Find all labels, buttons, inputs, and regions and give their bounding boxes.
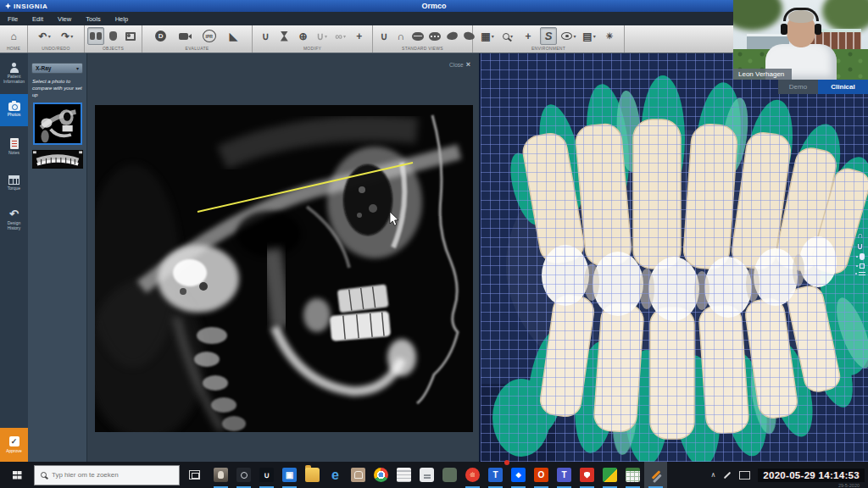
taskbar-app-camera[interactable] bbox=[232, 462, 255, 488]
menu-view[interactable]: View bbox=[58, 15, 71, 23]
ceph-xray-image[interactable] bbox=[95, 105, 473, 432]
pen-icon[interactable] bbox=[724, 471, 731, 478]
archwire-button[interactable]: ∪ bbox=[257, 27, 274, 45]
redo-button[interactable]: ↷▾ bbox=[58, 27, 75, 45]
photo-objects-button[interactable] bbox=[122, 27, 139, 45]
wire-toggle[interactable] bbox=[855, 272, 866, 275]
chevron-down-icon: ▾ bbox=[573, 33, 576, 39]
tooth-objects-button[interactable] bbox=[105, 27, 122, 45]
jaws-objects-button[interactable] bbox=[87, 27, 104, 45]
approve-button[interactable]: ✓ Approve bbox=[0, 428, 28, 462]
menu-tools[interactable]: Tools bbox=[86, 15, 101, 23]
taskbar-app-dropbox[interactable]: ◆ bbox=[507, 462, 530, 488]
chevron-down-icon: ▾ bbox=[343, 33, 346, 39]
viewer-3d[interactable]: ∩ ∪ bbox=[479, 53, 868, 462]
tab-demo[interactable]: Demo bbox=[778, 80, 818, 94]
upper-arch-toggle[interactable]: ∩ bbox=[857, 231, 863, 239]
whiteboard-icon: ▣ bbox=[282, 468, 297, 482]
taskbar-app-teams-purple[interactable]: T bbox=[553, 462, 576, 488]
system-tray: ∧ 2020-05-29 14:14:53 bbox=[710, 469, 868, 482]
wire-icon bbox=[859, 272, 865, 275]
layers-button[interactable]: ▤▾ bbox=[581, 27, 598, 45]
front-brackets-icon bbox=[429, 32, 441, 41]
arch-shape-button[interactable]: ∪▾ bbox=[314, 27, 331, 45]
start-button[interactable] bbox=[0, 462, 34, 488]
lower-arch-view-button[interactable]: ∪ bbox=[376, 27, 392, 45]
taskbar-app-notepad[interactable] bbox=[392, 462, 415, 488]
teeth-3d-model[interactable] bbox=[481, 53, 868, 462]
task-view-button[interactable] bbox=[189, 470, 200, 480]
application-window: INSIGNIA Ormco File Edit View Tools Help… bbox=[0, 0, 868, 488]
taskbar-app-active-tool[interactable] bbox=[644, 462, 667, 488]
occlusion-glasses-button[interactable]: ∞▾ bbox=[332, 27, 349, 45]
taskbar-app-chrome[interactable] bbox=[370, 462, 392, 488]
measure-button[interactable]: ◣ bbox=[225, 27, 242, 45]
upper-arch-view-button[interactable]: ∩ bbox=[392, 27, 409, 45]
toggle-dot-icon bbox=[856, 265, 859, 268]
ipr-button[interactable]: IPR bbox=[201, 27, 218, 45]
show-hidden-icons-button[interactable]: ∧ bbox=[710, 471, 715, 479]
photo-category-dropdown[interactable]: X-Ray ▾ bbox=[31, 63, 83, 74]
taskbar-app-edge[interactable]: e bbox=[324, 462, 347, 488]
pan-button[interactable]: + bbox=[520, 27, 537, 45]
sidebar-item-design-history[interactable]: ↶ Design History bbox=[0, 203, 28, 236]
arch-shape-icon: ∪ bbox=[316, 31, 324, 42]
bracket-icon bbox=[860, 263, 865, 269]
pano-xray-thumbnail[interactable] bbox=[31, 149, 84, 169]
taskbar-app-chat[interactable] bbox=[415, 462, 438, 488]
sidebar-item-notes[interactable]: Notes bbox=[0, 130, 28, 163]
toolbar-group-evaluate: D IPR ◣ EVALUATE bbox=[142, 25, 253, 53]
damon-evaluate-button[interactable]: D bbox=[153, 27, 170, 45]
visibility-button[interactable]: ▾ bbox=[560, 27, 577, 45]
brackets-toggle[interactable] bbox=[856, 263, 865, 269]
sidebar-item-photos[interactable]: Photos bbox=[0, 94, 28, 126]
target-setup-button[interactable]: ⊕ bbox=[294, 27, 311, 45]
torque-table-icon bbox=[8, 175, 19, 185]
taskbar-app-photo-viewer[interactable] bbox=[209, 462, 232, 488]
taskbar-app-publisher[interactable] bbox=[598, 462, 621, 488]
taskbar-search[interactable] bbox=[34, 465, 180, 485]
taskbar-app-utility[interactable] bbox=[438, 462, 461, 488]
taskbar-app-shell[interactable] bbox=[461, 462, 484, 488]
taskbar-app-file-explorer[interactable] bbox=[301, 462, 324, 488]
zoom-button[interactable]: ▾ bbox=[499, 27, 516, 45]
undo-button[interactable]: ↶▾ bbox=[36, 27, 53, 45]
taskbar-app-teams[interactable]: T bbox=[484, 462, 507, 488]
grid-toggle-button[interactable]: ▦▾ bbox=[479, 27, 496, 45]
tab-clinical[interactable]: Clinical bbox=[818, 80, 868, 94]
taskbar-app-spreadsheet[interactable] bbox=[621, 462, 644, 488]
front-occlusal-view-button[interactable] bbox=[409, 27, 426, 45]
lower-arch-toggle[interactable]: ∪ bbox=[857, 242, 863, 250]
display-icon[interactable] bbox=[739, 471, 750, 480]
search-input[interactable] bbox=[52, 471, 173, 479]
brightness-button[interactable]: ☀ bbox=[601, 27, 618, 45]
taskbar-app-office[interactable]: O bbox=[530, 462, 553, 488]
taskbar-app-store[interactable] bbox=[347, 462, 370, 488]
toolbar-group-modify: ∪ ⊕ ∪▾ ∞▾ + MODIFY bbox=[253, 25, 373, 53]
taskbar-app-dental-scan[interactable]: ∪ bbox=[255, 462, 278, 488]
home-button[interactable]: ⌂ bbox=[5, 27, 22, 45]
close-panel-button[interactable]: Close × bbox=[449, 61, 470, 69]
menu-edit[interactable]: Edit bbox=[32, 15, 43, 23]
front-brackets-view-button[interactable] bbox=[426, 27, 443, 45]
toolbar-group-home: ⌂ HOME bbox=[0, 25, 28, 53]
taskbar-app-whiteboard[interactable]: ▣ bbox=[278, 462, 301, 488]
ceph-xray-thumbnail[interactable] bbox=[33, 103, 82, 145]
menu-help[interactable]: Help bbox=[115, 15, 128, 23]
webcam-video: Leon Verhagen bbox=[733, 0, 868, 80]
sidebar-item-patient-information[interactable]: Patient Information bbox=[0, 58, 28, 90]
move-tooth-button[interactable]: + bbox=[351, 27, 368, 45]
staging-button[interactable] bbox=[275, 27, 292, 45]
close-label: Close bbox=[449, 62, 464, 68]
headphone-cup bbox=[781, 24, 787, 35]
rotate-button[interactable]: S bbox=[540, 27, 557, 45]
snapshot-camera-button[interactable] bbox=[176, 27, 193, 45]
teeth-toggle[interactable] bbox=[856, 253, 865, 260]
sidebar-item-label: Patient Information bbox=[0, 75, 28, 85]
left-side-view-button[interactable] bbox=[443, 27, 460, 45]
front-occlusal-icon bbox=[412, 32, 424, 41]
taskbar-app-security[interactable] bbox=[576, 462, 598, 488]
taskbar-clock[interactable]: 2020-05-29 14:14:53 bbox=[758, 469, 865, 482]
menu-file[interactable]: File bbox=[8, 15, 18, 23]
sidebar-item-torque[interactable]: Torque bbox=[0, 167, 28, 199]
